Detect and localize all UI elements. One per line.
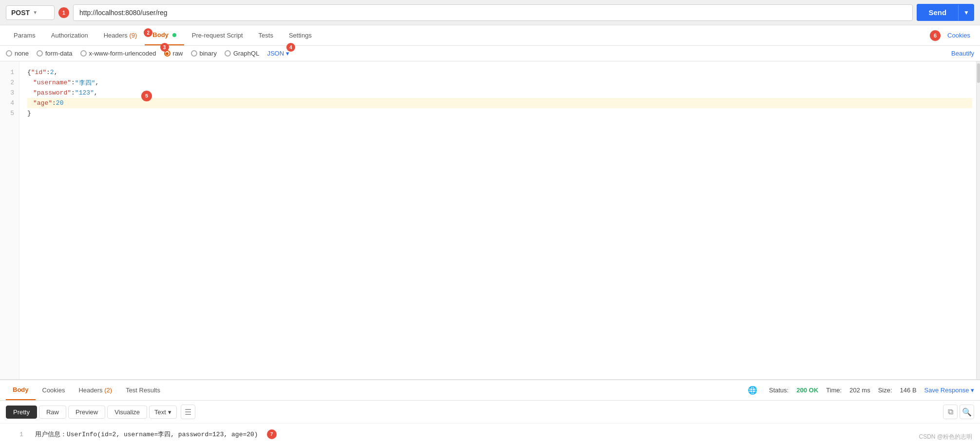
tab-params[interactable]: Params <box>6 26 43 45</box>
visualize-button[interactable]: Visualize <box>107 406 147 419</box>
tab-headers[interactable]: Headers (9) <box>96 26 145 45</box>
status-value: 200 OK <box>796 387 818 394</box>
code-line-5: } <box>27 108 972 118</box>
resp-tab-headers[interactable]: Headers (2) <box>72 381 119 400</box>
radio-urlencoded-dot <box>80 50 87 57</box>
radio-graphql-dot <box>225 50 231 57</box>
badge-1: 1 <box>58 7 69 18</box>
badge-2: 2 <box>144 28 152 37</box>
text-dropdown-chevron: ▾ <box>168 408 171 416</box>
radio-graphql[interactable]: GraphQL <box>225 50 259 57</box>
code-line-3: "password":"123", <box>27 88 972 98</box>
copy-button[interactable]: ⧉ <box>943 405 958 419</box>
radio-none-dot <box>6 50 12 57</box>
resp-line-1: 1 用户信息：UserInfo(id=2, username=李四, passw… <box>19 429 961 439</box>
tab-settings[interactable]: Settings <box>281 26 320 45</box>
method-dropdown[interactable]: POST ▼ <box>6 5 55 20</box>
response-controls: Pretty Raw Preview Visualize Text ▾ ☰ ⧉ … <box>0 401 980 424</box>
code-content[interactable]: {"id":2, "username":"李四", "password":"12… <box>19 61 980 379</box>
send-button[interactable]: Send <box>917 4 958 21</box>
method-label: POST <box>11 9 30 17</box>
response-tab-bar: Body Cookies Headers (2) Test Results 🌐 … <box>0 380 980 401</box>
wrap-lines-button[interactable]: ☰ <box>181 405 195 419</box>
tab-body[interactable]: 2 Body <box>145 25 184 45</box>
resp-output-text: 用户信息：UserInfo(id=2, username=李四, passwor… <box>35 430 258 439</box>
code-editor[interactable]: 1 2 3 4 5 {"id":2, "username":"李四", "pas… <box>0 61 980 380</box>
save-response-button[interactable]: Save Response ▾ <box>924 387 974 394</box>
url-input[interactable] <box>73 4 913 21</box>
wrap-icon: ☰ <box>185 407 191 417</box>
send-dropdown-arrow[interactable]: ▼ <box>958 5 974 20</box>
radio-binary-dot <box>191 50 197 57</box>
body-type-bar: none form-data x-www-form-urlencoded 3 r… <box>0 46 980 61</box>
radio-form-data[interactable]: form-data <box>37 50 73 57</box>
scrollbar-thumb[interactable] <box>977 63 980 83</box>
method-chevron-icon: ▼ <box>33 10 38 15</box>
resp-tab-test-results[interactable]: Test Results <box>119 381 167 400</box>
radio-none[interactable]: none <box>6 50 29 57</box>
radio-urlencoded[interactable]: x-www-form-urlencoded <box>80 50 156 57</box>
resp-tab-cookies[interactable]: Cookies <box>36 381 72 400</box>
size-value: 146 B <box>900 387 917 394</box>
tab-authorization[interactable]: Authorization <box>43 26 96 45</box>
code-line-1: {"id":2, <box>27 67 972 77</box>
raw-button[interactable]: Raw <box>39 406 66 419</box>
response-area: Body Cookies Headers (2) Test Results 🌐 … <box>0 380 980 445</box>
badge-7: 7 <box>267 429 277 439</box>
badge-6: 6 <box>930 30 941 41</box>
copy-icon: ⧉ <box>948 407 953 416</box>
radio-form-data-dot <box>37 50 43 57</box>
line-numbers: 1 2 3 4 5 <box>0 61 19 379</box>
preview-button[interactable]: Preview <box>68 406 105 419</box>
tab-tests[interactable]: Tests <box>251 26 281 45</box>
beautify-button[interactable]: Beautify <box>951 50 974 57</box>
body-active-dot <box>172 33 176 37</box>
scrollbar[interactable] <box>976 61 980 379</box>
watermark: CSDN @粉色的志明 <box>919 433 972 441</box>
globe-icon: 🌐 <box>748 386 757 395</box>
badge-3: 3 <box>160 43 169 52</box>
time-value: 202 ms <box>849 387 870 394</box>
radio-binary[interactable]: binary <box>191 50 217 57</box>
radio-raw[interactable]: 3 raw <box>164 50 183 57</box>
badge-4: 4 <box>286 43 295 52</box>
code-line-4: "age":20 <box>27 98 972 108</box>
response-output: 1 用户信息：UserInfo(id=2, username=李四, passw… <box>0 424 980 445</box>
json-dropdown[interactable]: JSON ▾ 4 <box>267 50 289 57</box>
send-button-group[interactable]: Send ▼ <box>917 4 974 21</box>
search-button[interactable]: 🔍 <box>960 405 974 419</box>
response-status-bar: 🌐 Status: 200 OK Time: 202 ms Size: 146 … <box>748 386 974 395</box>
text-format-dropdown[interactable]: Text ▾ <box>149 406 177 419</box>
tab-pre-request[interactable]: Pre-request Script <box>184 26 251 45</box>
search-icon: 🔍 <box>962 407 972 417</box>
pretty-button[interactable]: Pretty <box>6 406 37 419</box>
cookies-link[interactable]: Cookies <box>943 26 974 45</box>
resp-tab-body[interactable]: Body <box>6 380 36 400</box>
request-tabs: Params Authorization Headers (9) 2 Body … <box>0 25 980 46</box>
badge-5: 5 <box>141 91 152 101</box>
code-line-2: "username":"李四", <box>27 77 972 88</box>
